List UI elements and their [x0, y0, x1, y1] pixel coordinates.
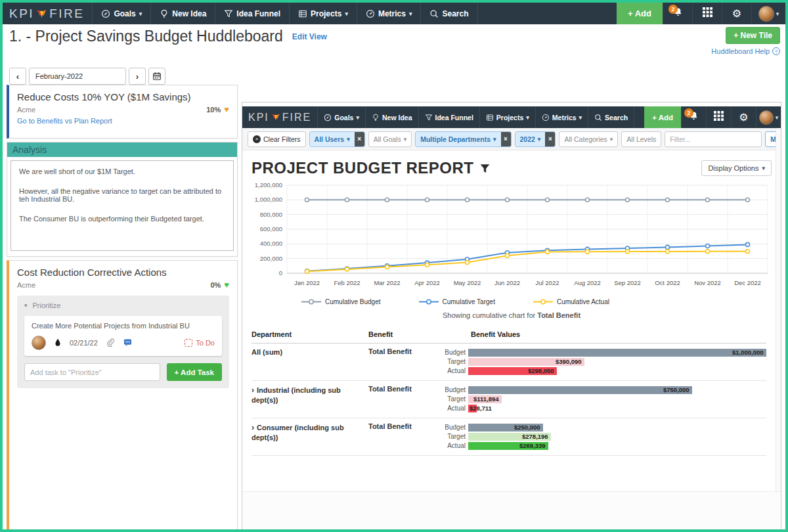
nav-item-idea-funnel[interactable]: Idea Funnel [418, 106, 479, 128]
analysis-header: Analysis [7, 143, 237, 157]
grid-icon [714, 111, 724, 123]
status-checkbox[interactable] [185, 339, 192, 347]
calendar-button[interactable] [148, 68, 165, 85]
apps-grid-button[interactable] [706, 106, 731, 128]
bar-amount: $269,339 [519, 442, 546, 450]
legend-item-cumulative-target[interactable]: Cumulative Target [419, 298, 495, 305]
add-task-row: + Add Task [24, 363, 222, 381]
month-field[interactable]: February-2022 [29, 68, 126, 85]
bar-track: $250,000 [468, 424, 766, 432]
nav-item-metrics[interactable]: Metrics▾ [535, 106, 588, 128]
search-icon [594, 114, 602, 122]
remove-filter-icon[interactable]: × [501, 132, 511, 146]
notifications-button[interactable]: 2 [663, 3, 692, 24]
filter-chip-all-users[interactable]: All Users▾× [309, 131, 365, 147]
report-title: PROJECT BUDGET REPORT [252, 159, 491, 177]
huddleboard-help-link[interactable]: Huddleboard Help ? [711, 47, 780, 55]
nav-item-new-idea[interactable]: New Idea [150, 3, 215, 24]
date-navigation: ‹ February-2022 › [9, 68, 165, 85]
add-button[interactable]: + Add [644, 106, 681, 128]
app-frame: KPI FIRE Goals▾New IdeaIdea FunnelProjec… [0, 0, 788, 532]
bar-label: Actual [434, 405, 468, 412]
nav-item-projects[interactable]: Projects▾ [289, 3, 357, 24]
department-cell[interactable]: ›Industrial (including sub dept(s)) [252, 385, 368, 413]
filter-chip-multiple-departments[interactable]: Multiple Departments▾× [415, 131, 511, 147]
user-menu-button[interactable]: ▾ [756, 106, 781, 128]
kpifire-logo[interactable]: KPI FIRE [3, 3, 92, 24]
remove-filter-icon[interactable]: × [355, 132, 364, 146]
group-header[interactable]: ▾ Prioritize [24, 301, 222, 309]
nav-item-search[interactable]: Search [588, 106, 634, 128]
nav-item-projects[interactable]: Projects▾ [479, 106, 535, 128]
funnel-icon [425, 114, 433, 122]
settings-button[interactable]: ⚙ [722, 3, 751, 24]
clear-filters-button[interactable]: × Clear Filters [248, 131, 306, 147]
panel-scrollbar[interactable] [776, 128, 781, 491]
assignee-avatar[interactable] [32, 336, 46, 350]
benefit-values-cell: Budget$750,000Target$111,894Actual$28,71… [434, 385, 766, 413]
next-month-button[interactable]: › [129, 68, 146, 85]
chevron-down-icon: ▾ [24, 302, 28, 309]
benefit-cell: Total Benefit [368, 347, 434, 376]
nav-item-search[interactable]: Search [420, 3, 477, 24]
bar-label: Target [434, 395, 468, 403]
nav-item-goals[interactable]: Goals▾ [92, 3, 150, 24]
page-header-right: + New Tile Huddleboard Help ? [711, 27, 780, 56]
table-row: ›Consumer (including sub dept(s))Total B… [252, 418, 766, 456]
settings-button[interactable]: ⚙ [731, 106, 756, 128]
bar-line-target: Target$390,090 [434, 357, 766, 366]
apps-grid-button[interactable] [692, 3, 722, 24]
funnel-icon[interactable] [479, 163, 491, 174]
prev-month-button[interactable]: ‹ [9, 68, 26, 85]
new-tile-button[interactable]: + New Tile [726, 27, 780, 44]
edit-view-link[interactable]: Edit View [292, 32, 327, 41]
expand-chevron-icon[interactable]: › [252, 423, 254, 432]
add-button[interactable]: + Add [617, 3, 663, 24]
tile-analysis[interactable]: Analysis We are well short of our $1M Ta… [7, 142, 238, 257]
svg-text:Feb 2022: Feb 2022 [334, 279, 360, 286]
notifications-button[interactable]: 2 [681, 106, 706, 128]
expand-chevron-icon[interactable]: › [252, 386, 254, 395]
chart-caption: Showing cumulative chart for Total Benef… [242, 305, 781, 326]
add-task-button[interactable]: + Add Task [167, 363, 222, 381]
filter-text-input[interactable] [665, 131, 762, 147]
cumulative-chart[interactable]: 0200,000400,000600,000800,0001,000,0001,… [242, 180, 781, 293]
svg-text:400,000: 400,000 [260, 240, 282, 247]
paperclip-icon[interactable] [106, 338, 115, 348]
display-options-button[interactable]: Display Options ▾ [701, 160, 772, 176]
nav-item-metrics[interactable]: Metrics▾ [357, 3, 421, 24]
navbar-right: + Add 2 ⚙ ▾ [617, 3, 785, 24]
filter-chip-all-goals[interactable]: All Goals▾ [368, 131, 412, 147]
search-icon [429, 9, 439, 18]
user-menu-button[interactable]: ▾ [751, 3, 785, 24]
heart-icon: ♥ [224, 104, 229, 114]
goal-percent: 10% [206, 106, 221, 114]
nav-item-goals[interactable]: Goals▾ [317, 106, 365, 128]
task-due-date[interactable]: 02/21/22 [70, 339, 98, 347]
bar-line-budget: Budget$250,000 [434, 423, 766, 432]
legend-item-cumulative-budget[interactable]: Cumulative Budget [301, 298, 381, 305]
filter-chip-all-levels[interactable]: All Levels [621, 131, 661, 147]
task-card[interactable]: Create More Potential Projects from Indu… [24, 316, 222, 356]
chevron-down-icon: ▾ [347, 136, 350, 143]
filter-chip-all-categories[interactable]: All Categories▾ [559, 131, 618, 147]
bar-amount: $1,000,000 [732, 349, 764, 357]
legend-item-cumulative-actual[interactable]: Cumulative Actual [533, 298, 609, 305]
remove-filter-icon[interactable]: × [545, 132, 555, 146]
tile-corrective-actions[interactable]: Cost Reduction Corrective Actions Acme 0… [7, 260, 238, 532]
nav-item-idea-funnel[interactable]: Idea Funnel [215, 3, 289, 24]
department-cell[interactable]: ›Consumer (including sub dept(s)) [252, 422, 368, 451]
bar-line-budget: Budget$1,000,000 [434, 348, 766, 357]
flame-icon [36, 8, 47, 20]
tile-goal[interactable]: Reduce Costs 10% YOY ($1M Savings) Acme … [7, 85, 238, 139]
add-task-input[interactable] [24, 363, 160, 381]
benefits-report-link[interactable]: Go to Benefits vs Plan Report [17, 117, 112, 125]
kpifire-logo[interactable]: KPI FIRE [242, 106, 317, 128]
comment-icon[interactable] [123, 338, 132, 348]
svg-text:Apr 2022: Apr 2022 [414, 279, 440, 286]
filter-chip-2022[interactable]: 2022▾× [515, 131, 556, 147]
chevron-down-icon: ▾ [404, 136, 407, 143]
nav-item-new-idea[interactable]: New Idea [365, 106, 418, 128]
legend-marker-icon [301, 299, 321, 305]
status-todo[interactable]: To Do [185, 339, 215, 347]
